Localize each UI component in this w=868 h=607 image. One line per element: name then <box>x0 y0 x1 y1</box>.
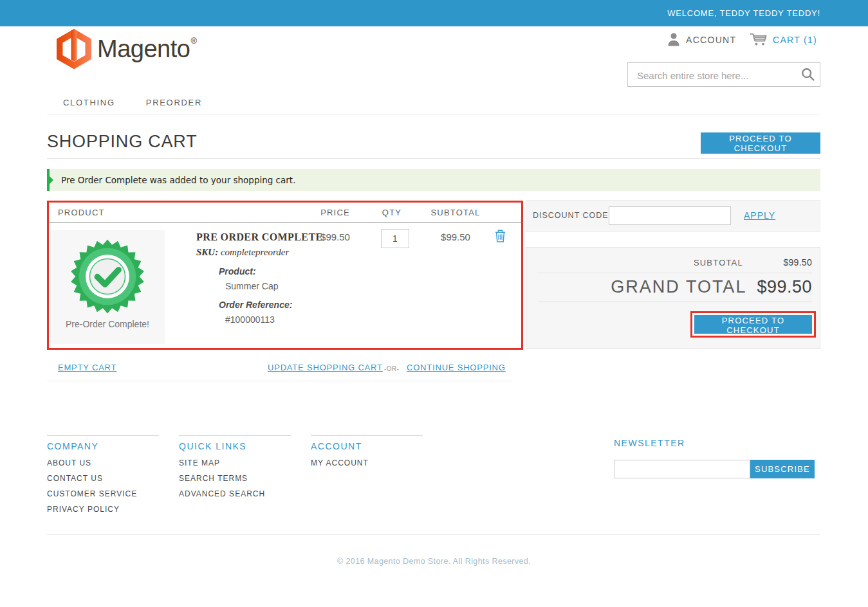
footer-link-contact-us[interactable]: CONTACT US <box>47 471 159 486</box>
newsletter-form: SUBSCRIBE <box>614 460 815 478</box>
proceed-to-checkout-top-button[interactable]: PROCEED TO CHECKOUT <box>701 132 820 154</box>
discount-code-input[interactable] <box>609 206 731 225</box>
option-label: Order Reference: <box>219 300 338 310</box>
account-link[interactable]: ACCOUNT <box>668 33 736 46</box>
nav-item-preorder[interactable]: PREORDER <box>146 94 202 114</box>
subtotal-value: $99.50 <box>783 257 812 267</box>
column-header-price: PRICE <box>308 203 363 222</box>
search-button[interactable] <box>800 68 815 83</box>
footer-link-privacy-policy[interactable]: PRIVACY POLICY <box>47 502 159 517</box>
footer-link-advanced-search[interactable]: ADVANCED SEARCH <box>179 486 291 502</box>
success-arrow-icon <box>50 176 53 184</box>
product-image-caption: Pre-Order Complete! <box>50 319 165 329</box>
footer-link-search-terms[interactable]: SEARCH TERMS <box>179 471 291 486</box>
grand-total-row: GRAND TOTAL $99.50 <box>611 277 812 297</box>
cart-table-header: PRODUCT PRICE QTY SUBTOTAL <box>49 203 521 223</box>
footer-link-my-account[interactable]: MY ACCOUNT <box>311 455 423 471</box>
nav-item-clothing[interactable]: CLOTHING <box>63 94 115 114</box>
qty-input[interactable] <box>381 229 409 248</box>
success-message: Pre Order Complete was added to your sho… <box>47 169 820 191</box>
column-header-product: PRODUCT <box>58 203 105 222</box>
magento-logo-icon <box>57 29 91 69</box>
success-message-text: Pre Order Complete was added to your sho… <box>61 169 820 191</box>
search-input[interactable] <box>636 64 798 87</box>
cart-icon <box>750 33 767 46</box>
footer-link-about-us[interactable]: ABOUT US <box>47 455 159 471</box>
welcome-message: WELCOME, TEDDY TEDDY TEDDY! <box>667 0 820 26</box>
sku-value: completepreorder <box>221 247 289 257</box>
footer-column-company: COMPANY ABOUT US CONTACT US CUSTOMER SER… <box>47 435 159 517</box>
minicart-link[interactable]: CART (1) <box>750 33 817 46</box>
trash-icon <box>495 230 506 242</box>
actions-divider <box>47 381 512 381</box>
logo-wordmark: Magento <box>97 35 190 63</box>
column-header-qty: QTY <box>376 203 408 222</box>
item-subtotal: $99.50 <box>429 231 483 242</box>
remove-item-button[interactable] <box>494 230 506 244</box>
sku-label: SKU: <box>196 247 218 257</box>
store-logo[interactable]: Magento® <box>57 29 196 69</box>
footer-column-title: ACCOUNT <box>311 441 423 451</box>
apply-discount-link[interactable]: APPLY <box>744 201 775 231</box>
totals-divider <box>538 302 812 302</box>
footer-link-site-map[interactable]: SITE MAP <box>179 455 291 471</box>
proceed-to-checkout-button[interactable]: PROCEED TO CHECKOUT <box>694 315 812 334</box>
grand-total-value: $99.50 <box>757 277 812 297</box>
registered-mark: ® <box>190 36 197 46</box>
checkmark-rosette-badge <box>69 239 145 314</box>
discount-codes-box: DISCOUNT CODES APPLY <box>526 200 820 232</box>
item-price: $99.50 <box>308 231 363 242</box>
top-bar: WELCOME, TEDDY TEDDY TEDDY! <box>0 0 868 26</box>
totals-divider <box>538 273 812 273</box>
newsletter-title: NEWSLETTER <box>614 438 685 448</box>
footer-column-title: QUICK LINKS <box>179 441 291 451</box>
footer-link-customer-service[interactable]: CUSTOMER SERVICE <box>47 486 159 502</box>
subtotal-row: SUBTOTAL $99.50 <box>694 257 812 268</box>
option-value: #100000113 <box>225 314 338 325</box>
person-icon <box>668 33 679 46</box>
cart-items-table: PRODUCT PRICE QTY SUBTOTAL Pre-Order Com… <box>47 201 523 350</box>
main-nav: CLOTHING PREORDER <box>47 94 820 114</box>
footer-divider <box>47 534 820 535</box>
product-options: Product: Summer Cap Order Reference: #10… <box>196 266 338 325</box>
account-label: ACCOUNT <box>686 35 736 45</box>
product-sku: SKU: completepreorder <box>196 247 338 258</box>
copyright-text: © 2016 Magento Demo Store. All Rights Re… <box>0 557 868 566</box>
subtotal-label: SUBTOTAL <box>694 258 743 267</box>
footer-column-quick-links: QUICK LINKS SITE MAP SEARCH TERMS ADVANC… <box>179 435 291 502</box>
footer-column-title: COMPANY <box>47 441 159 451</box>
option-value: Summer Cap <box>225 281 338 291</box>
grand-total-label: GRAND TOTAL <box>611 277 746 297</box>
column-header-subtotal: SUBTOTAL <box>429 203 483 222</box>
checkout-button-annotation: PROCEED TO CHECKOUT <box>690 311 816 338</box>
footer-column-account: ACCOUNT MY ACCOUNT <box>311 435 423 471</box>
newsletter-email-input[interactable] <box>614 460 750 478</box>
search-box <box>627 62 820 87</box>
continue-shopping-link[interactable]: CONTINUE SHOPPING <box>407 363 506 372</box>
product-image: Pre-Order Complete! <box>50 230 165 344</box>
search-icon <box>801 68 815 81</box>
title-divider <box>47 158 820 159</box>
option-label: Product: <box>219 266 338 276</box>
subscribe-button[interactable]: SUBSCRIBE <box>750 460 815 478</box>
page-title: SHOPPING CART <box>47 132 197 152</box>
discount-codes-label: DISCOUNT CODES <box>533 201 614 231</box>
cart-label: CART (1) <box>773 35 817 45</box>
cart-totals-box: SUBTOTAL $99.50 GRAND TOTAL $99.50 PROCE… <box>526 247 820 349</box>
update-cart-link[interactable]: UPDATE SHOPPING CART <box>268 363 383 372</box>
empty-cart-link[interactable]: EMPTY CART <box>58 363 116 372</box>
or-separator: -OR- <box>384 365 400 372</box>
product-info: PRE ORDER COMPLETE SKU: completepreorder… <box>196 231 338 325</box>
